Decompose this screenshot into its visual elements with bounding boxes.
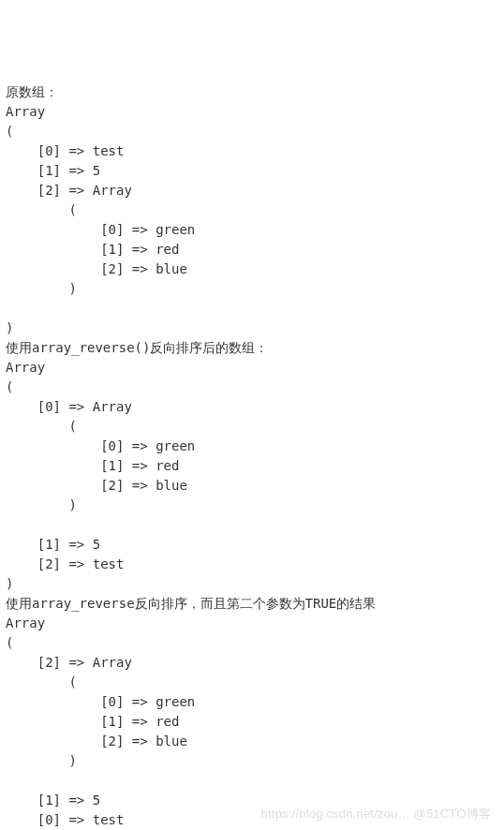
watermark-text: https://blog.csdn.net/zou… @51CTO博客 — [261, 805, 491, 823]
code-output: 原数组： Array ( [0] => test [1] => 5 [2] =>… — [6, 82, 498, 830]
